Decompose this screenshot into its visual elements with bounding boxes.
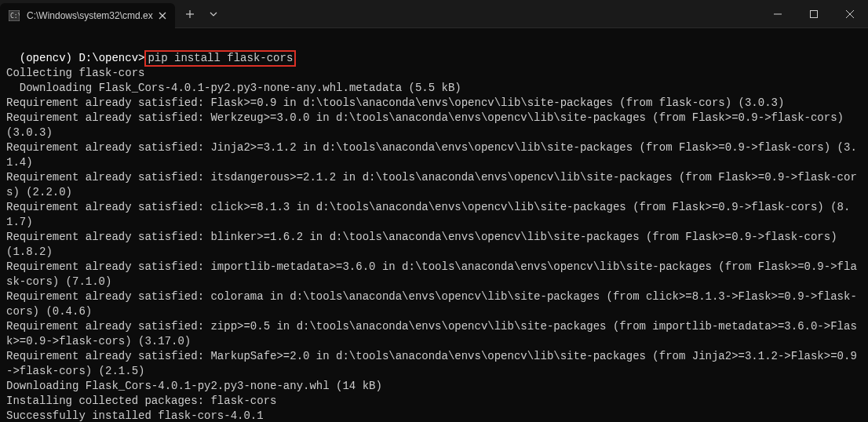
new-tab-button[interactable] [178,2,202,26]
output-line: Downloading Flask_Cors-4.0.1-py2.py3-non… [6,380,382,392]
tab-close-button[interactable] [156,9,169,22]
output-line: Requirement already satisfied: Jinja2>=3… [6,141,857,169]
output-line: Downloading Flask_Cors-4.0.1-py2.py3-non… [6,82,461,94]
output-line: Successfully installed flask-cors-4.0.1 [6,409,264,422]
active-tab[interactable]: C:\ C:\Windows\system32\cmd.ex [0,3,175,28]
tab-dropdown-button[interactable] [202,2,225,26]
minimize-button[interactable] [760,0,796,28]
prompt-env: (opencv) [20,52,72,64]
cmd-icon: C:\ [8,9,20,22]
output-line: Collecting flask-cors [6,67,144,79]
tab-title: C:\Windows\system32\cmd.ex [27,10,153,21]
output-line: Requirement already satisfied: zipp>=0.5… [6,320,857,347]
output-line: Requirement already satisfied: importlib… [6,260,857,288]
maximize-button[interactable] [796,0,832,28]
terminal-output[interactable]: (opencv) D:\opencv>pip install flask-cor… [0,28,868,422]
output-line: Requirement already satisfied: click>=8.… [6,201,850,228]
output-line: Requirement already satisfied: blinker>=… [6,231,844,258]
output-line: Requirement already satisfied: itsdanger… [6,171,857,198]
output-line: Requirement already satisfied: Flask>=0.… [6,96,784,109]
titlebar: C:\ C:\Windows\system32\cmd.ex [0,0,868,28]
window-controls [760,0,868,28]
output-line: Requirement already satisfied: Werkzeug>… [6,111,850,139]
svg-rect-7 [811,10,818,17]
output-line: Installing collected packages: flask-cor… [6,395,276,407]
command-highlight: pip install flask-cors [144,50,296,67]
output-line: Requirement already satisfied: colorama … [6,290,857,318]
close-button[interactable] [832,0,868,28]
output-line: Requirement already satisfied: MarkupSaf… [6,350,857,377]
prompt-path: D:\opencv> [78,52,144,64]
svg-text:C:\: C:\ [10,13,20,20]
